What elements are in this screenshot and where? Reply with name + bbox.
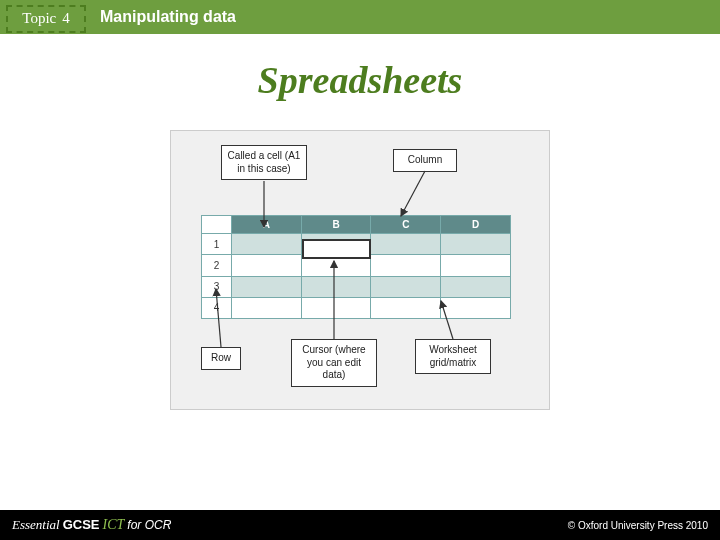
brand-ict: ICT xyxy=(103,517,125,533)
copyright: © Oxford University Press 2010 xyxy=(568,520,708,531)
row-header: 2 xyxy=(202,255,232,276)
brand: Essential GCSE ICT for OCR xyxy=(12,517,171,533)
col-header: A xyxy=(231,216,301,234)
footer-bar: Essential GCSE ICT for OCR © Oxford Univ… xyxy=(0,510,720,540)
row-header: 3 xyxy=(202,276,232,297)
brand-gcse: GCSE xyxy=(63,517,100,532)
row-header: 1 xyxy=(202,234,232,255)
col-header: D xyxy=(441,216,511,234)
svg-line-2 xyxy=(401,171,425,216)
row-header: 4 xyxy=(202,297,232,318)
label-cursor: Cursor (where you can edit data) xyxy=(291,339,377,387)
topic-number: 4 xyxy=(62,10,70,27)
label-row: Row xyxy=(201,347,241,370)
spreadsheet-diagram: Called a cell (A1 in this case) Column R… xyxy=(170,130,550,410)
brand-essential: Essential xyxy=(12,517,60,533)
brand-ocr: for OCR xyxy=(127,518,171,532)
cursor-box-icon xyxy=(302,239,371,259)
label-cell: Called a cell (A1 in this case) xyxy=(221,145,307,180)
topic-label: Topic xyxy=(22,10,56,27)
page-title: Spreadsheets xyxy=(0,58,720,102)
col-header: B xyxy=(301,216,371,234)
chapter-title: Manipulating data xyxy=(100,8,236,26)
top-bar: Topic 4 Manipulating data xyxy=(0,0,720,34)
spreadsheet-grid: A B C D 1 2 3 4 xyxy=(201,215,511,319)
col-header: C xyxy=(371,216,441,234)
label-matrix: Worksheet grid/matrix xyxy=(415,339,491,374)
label-column: Column xyxy=(393,149,457,172)
topic-badge: Topic 4 xyxy=(6,5,86,33)
